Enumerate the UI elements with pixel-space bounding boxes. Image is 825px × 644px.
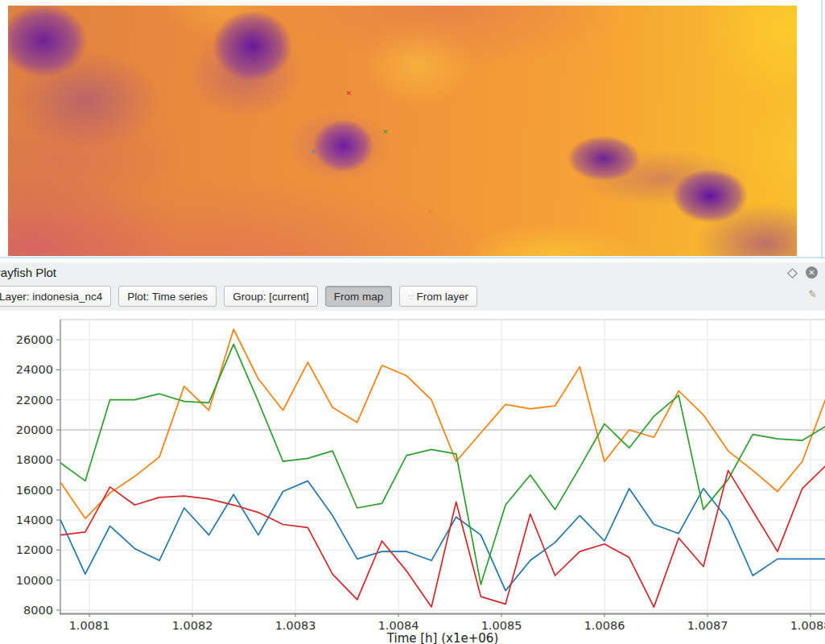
y-tick-label: 8000	[23, 604, 53, 617]
raster-heatmap-layer[interactable]: ✕✕✕✕	[8, 6, 797, 256]
point-4-red-line	[60, 464, 825, 607]
time-series-chart-canvas[interactable]: 8000100001200014000160001800020000220002…	[0, 311, 825, 644]
pick-blue-marker: ✕	[310, 148, 316, 155]
x-tick-label: 1.0087	[687, 619, 728, 632]
point-1-blue-line	[60, 481, 825, 590]
map-frame-line	[821, 0, 823, 259]
y-tick-label: 24000	[16, 363, 53, 376]
layer-button[interactable]: Layer: indonesia_nc4	[0, 286, 111, 307]
pencil-icon[interactable]: ✎	[807, 287, 818, 300]
x-tick-label: 1.0081	[69, 619, 110, 632]
close-icon[interactable]: ✕	[806, 266, 818, 279]
group-button[interactable]: Group: [current]	[224, 286, 318, 307]
y-tick-label: 12000	[16, 543, 53, 556]
point-3-green-line	[60, 345, 825, 584]
x-tick-label: 1.0083	[275, 619, 316, 632]
pick-orange-marker: ✕	[427, 208, 434, 215]
x-tick-label: 1.0084	[378, 619, 419, 632]
x-axis-title: Time [h] (x1e+06)	[386, 631, 498, 644]
from-map-button[interactable]: From map	[325, 286, 393, 307]
map-frame-line	[0, 257, 825, 258]
y-tick-label: 20000	[16, 423, 53, 436]
y-tick-label: 22000	[16, 394, 53, 407]
x-tick-label: 1.0082	[172, 619, 213, 632]
pick-red-marker: ✕	[346, 90, 353, 97]
y-tick-label: 10000	[16, 574, 53, 587]
y-tick-label: 26000	[16, 333, 53, 346]
panel-title: Crayfish Plot	[0, 266, 56, 279]
y-tick-label: 16000	[16, 484, 53, 497]
from-layer-button[interactable]: ∵From layer	[399, 286, 477, 307]
pick-green-marker: ✕	[382, 129, 389, 136]
x-tick-label: 1.0088	[790, 619, 825, 632]
undock-icon[interactable]	[787, 268, 798, 279]
y-tick-label: 14000	[16, 514, 53, 526]
plot-toolbar: Layer: indonesia_nc4 Plot: Time series G…	[0, 286, 825, 311]
y-tick-label: 18000	[16, 453, 53, 466]
from-layer-icon: ∵	[408, 293, 413, 302]
map-viewport[interactable]: ✕✕✕✕	[0, 0, 825, 259]
crayfish-plot-panel-header: Crayfish Plot ✕ Layer: indonesia_nc4 Plo…	[0, 262, 825, 312]
plot-type-button[interactable]: Plot: Time series	[118, 286, 217, 307]
x-tick-label: 1.0086	[584, 619, 625, 632]
x-tick-label: 1.0085	[481, 619, 522, 632]
